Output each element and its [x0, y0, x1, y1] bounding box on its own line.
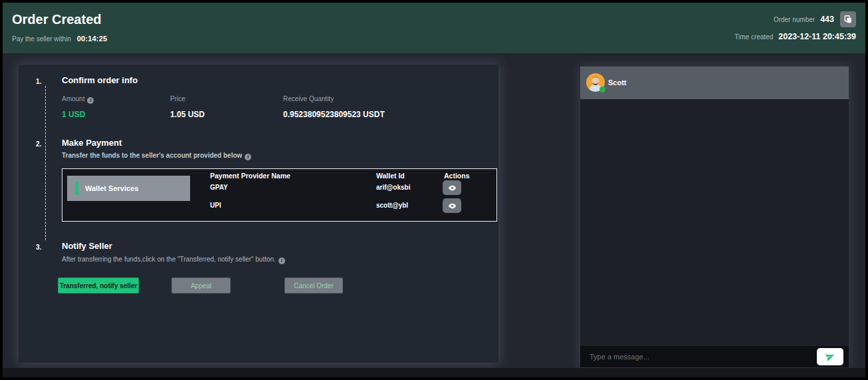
chat-message-input[interactable]: [590, 346, 802, 367]
chat-header: Scott: [580, 67, 849, 99]
payment-method-tab-wallet-services[interactable]: Wallet Services: [67, 176, 190, 201]
step2-number: 2.: [36, 140, 41, 148]
notify-seller-info-icon[interactable]: i: [278, 258, 285, 264]
column-header-actions: Actions: [444, 172, 470, 180]
notify-seller-title: Notify Seller: [62, 241, 112, 251]
column-header-provider: Payment Provider Name: [210, 172, 290, 180]
chat-peer-name: Scott: [608, 67, 627, 99]
eye-icon: [448, 202, 457, 210]
page: Order Created Pay the seller within 00:1…: [0, 0, 868, 380]
payment-methods-table: Wallet Services Payment Provider Name Wa…: [62, 168, 497, 222]
order-steps-panel: 1. 2. 3. Confirm order info Amounti Pric…: [19, 65, 498, 363]
steps-connector-line: [45, 86, 46, 240]
amount-label: Amounti: [62, 95, 94, 104]
amount-value: 1 USD: [62, 110, 85, 119]
appeal-button[interactable]: Appeal: [171, 278, 231, 293]
notify-seller-subtitle-text: After transferring the funds,click on th…: [62, 256, 276, 263]
order-number-value: 443: [820, 15, 834, 24]
cancel-order-button[interactable]: Cancel Order: [284, 278, 343, 293]
order-number-label: Order number: [774, 16, 815, 23]
notify-seller-subtitle: After transferring the funds,click on th…: [62, 256, 285, 264]
order-header: Order Created Pay the seller within 00:1…: [3, 3, 865, 53]
copy-order-number-button[interactable]: [840, 11, 856, 27]
pay-within-label: Pay the seller within: [12, 35, 71, 43]
eye-icon: [448, 184, 457, 192]
page-bottom-strip: [3, 368, 865, 377]
receive-quantity-value: 0.9523809523809523 USDT: [283, 110, 385, 119]
pay-within-row: Pay the seller within 00:14:25: [12, 35, 107, 43]
step1-number: 1.: [36, 78, 41, 85]
send-message-button[interactable]: [817, 348, 843, 365]
time-created-value: 2023-12-11 20:45:39: [778, 32, 856, 41]
view-payment-details-button[interactable]: [443, 198, 461, 213]
column-header-wallet-id: Wallet Id: [376, 172, 405, 180]
make-payment-info-icon[interactable]: i: [245, 154, 251, 160]
chat-message-area[interactable]: [580, 99, 849, 346]
payment-tab-label: Wallet Services: [85, 184, 138, 192]
send-icon: [825, 351, 835, 362]
table-row-provider: UPI: [210, 202, 221, 209]
chat-panel: Scott: [580, 67, 849, 367]
step3-number: 3.: [36, 244, 41, 251]
make-payment-subtitle: Transfer the funds to the seller's accou…: [62, 152, 251, 160]
time-created-label: Time created: [734, 33, 773, 41]
make-payment-title: Make Payment: [62, 138, 122, 148]
online-status-dot: [599, 87, 605, 93]
transferred-notify-seller-button[interactable]: Transferred, notify seller: [58, 278, 139, 293]
table-row-wallet-id: arif@oksbi: [376, 184, 410, 191]
order-meta: Order number 443 Time created 2023-12-11…: [734, 11, 856, 45]
avatar: [586, 73, 605, 92]
chat-input-bar: [580, 346, 849, 367]
order-number-row: Order number 443: [734, 11, 856, 28]
receive-quantity-label: Receive Quantity: [283, 95, 334, 102]
price-value: 1.05 USD: [170, 110, 205, 119]
make-payment-subtitle-text: Transfer the funds to the seller's accou…: [62, 152, 242, 159]
table-row-wallet-id: scott@ybl: [376, 202, 408, 209]
table-row-provider: GPAY: [210, 184, 228, 191]
amount-label-text: Amount: [62, 95, 84, 102]
time-created-row: Time created 2023-12-11 20:45:39: [734, 28, 856, 45]
confirm-order-title: Confirm order info: [62, 75, 138, 85]
price-label: Price: [170, 95, 185, 102]
amount-info-icon[interactable]: i: [87, 97, 94, 104]
view-payment-details-button[interactable]: [443, 180, 461, 195]
page-title: Order Created: [12, 12, 102, 27]
active-tab-indicator: [75, 182, 78, 195]
countdown-timer: 00:14:25: [77, 35, 108, 43]
copy-icon: [843, 15, 853, 24]
